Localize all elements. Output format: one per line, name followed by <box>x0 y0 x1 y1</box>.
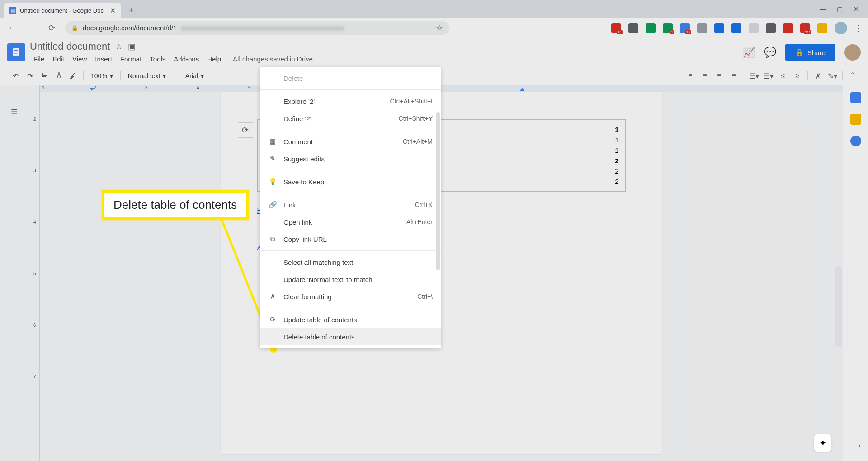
extension-icon[interactable]: 14 <box>611 23 621 33</box>
menu-bar: FileEditViewInsertFormatToolsAdd-onsHelp… <box>30 53 316 65</box>
menu-tools[interactable]: Tools <box>146 53 169 65</box>
extension-icon[interactable] <box>646 23 656 33</box>
user-avatar[interactable] <box>844 44 861 61</box>
blank-icon <box>268 217 277 226</box>
redo-button[interactable]: ↷ <box>24 70 36 82</box>
svg-rect-1 <box>14 50 18 51</box>
context-menu-item[interactable]: Delete table of contents <box>260 328 441 345</box>
print-button[interactable]: 🖶 <box>38 70 51 82</box>
zoom-select[interactable]: 100% ▾ <box>87 71 117 81</box>
clear-formatting-button[interactable]: ✗ <box>811 70 824 82</box>
document-title[interactable]: Untitled document <box>30 41 110 52</box>
context-menu-item[interactable]: Define '2'Ctrl+Shift+Y <box>260 110 441 127</box>
line-spacing-button[interactable]: ≡ <box>727 70 740 82</box>
spellcheck-button[interactable]: Ǎ <box>52 70 65 82</box>
browser-tab[interactable]: ▤ Untitled document - Google Doc ✕ <box>4 3 121 18</box>
reload-button[interactable]: ⟳ <box>45 23 58 33</box>
calendar-icon[interactable] <box>850 92 861 103</box>
editing-mode-button[interactable]: ✎▾ <box>826 70 839 82</box>
extension-icon[interactable] <box>783 23 793 33</box>
context-menu-label: Open link <box>283 218 312 226</box>
chrome-menu-icon[interactable]: ⋮ <box>854 23 863 33</box>
context-menu-item: Delete <box>260 70 441 87</box>
context-menu-item[interactable]: 💡Save to Keep <box>260 173 441 190</box>
side-panel-toggle[interactable]: › <box>858 440 861 450</box>
menu-view[interactable]: View <box>69 53 90 65</box>
side-panel <box>843 85 868 461</box>
extension-icon[interactable] <box>817 23 827 33</box>
menu-help[interactable]: Help <box>203 53 225 65</box>
context-menu-item[interactable]: ⧉Copy link URL <box>260 230 441 248</box>
close-tab-icon[interactable]: ✕ <box>110 6 116 15</box>
context-menu-separator <box>260 170 441 170</box>
context-menu: DeleteExplore '2'Ctrl+Alt+Shift+IDefine … <box>260 67 441 348</box>
numbered-list-button[interactable]: ☰▾ <box>748 70 760 82</box>
align-right-button[interactable]: ≡ <box>713 70 726 82</box>
shortcut-label: Ctrl+Alt+Shift+I <box>390 98 433 105</box>
context-menu-item[interactable]: ✎Suggest edits <box>260 150 441 167</box>
menu-insert[interactable]: Insert <box>91 53 116 65</box>
increase-indent-button[interactable]: ≥ <box>791 70 804 82</box>
back-button[interactable]: ← <box>5 23 18 33</box>
paragraph-style-select[interactable]: Normal text ▾ <box>124 71 174 81</box>
copy-icon: ⧉ <box>268 235 277 244</box>
toc-refresh-button[interactable]: ⟳ <box>238 122 253 138</box>
extension-icon[interactable] <box>731 23 741 33</box>
url-box[interactable]: 🔒 docs.google.com/document/d/1 xxxxxxxxx… <box>65 21 449 35</box>
maximize-button[interactable]: ▢ <box>837 5 843 13</box>
outline-icon[interactable]: ☰ <box>11 108 22 118</box>
comment-icon: ▦ <box>268 137 277 146</box>
star-document-icon[interactable]: ☆ <box>115 42 123 52</box>
share-button[interactable]: 🔒 Share <box>785 44 835 61</box>
extension-icon[interactable]: 2d <box>680 23 690 33</box>
align-center-button[interactable]: ≡ <box>698 70 711 82</box>
extension-icon[interactable] <box>766 23 776 33</box>
align-left-button[interactable]: ≡ <box>684 70 697 82</box>
shortcut-label: Ctrl+K <box>415 201 433 208</box>
close-window-button[interactable]: ✕ <box>854 5 859 13</box>
move-document-icon[interactable]: ▣ <box>128 42 136 52</box>
context-menu-label: Delete <box>283 75 303 82</box>
keep-icon[interactable] <box>850 114 861 125</box>
extension-icon[interactable] <box>749 23 759 33</box>
docs-logo[interactable] <box>7 43 25 61</box>
margin-marker-icon[interactable] <box>520 88 524 91</box>
save-status[interactable]: All changes saved in Drive <box>229 53 316 65</box>
context-menu-item[interactable]: Select all matching text <box>260 254 441 271</box>
bulleted-list-button[interactable]: ☰▾ <box>762 70 775 82</box>
menu-file[interactable]: File <box>30 53 48 65</box>
menu-edit[interactable]: Edit <box>49 53 68 65</box>
decrease-indent-button[interactable]: ≤ <box>777 70 789 82</box>
explore-button[interactable]: ✦ <box>814 434 832 452</box>
forward-button[interactable]: → <box>25 23 38 33</box>
font-select[interactable]: Arial ▾ <box>182 71 227 81</box>
context-menu-item[interactable]: Explore '2'Ctrl+Alt+Shift+I <box>260 93 441 110</box>
extension-icon[interactable] <box>628 23 638 33</box>
star-icon[interactable]: ☆ <box>436 23 443 33</box>
extension-icon[interactable] <box>714 23 724 33</box>
activity-icon[interactable]: 📈 <box>743 47 755 58</box>
context-menu-item[interactable]: Update 'Normal text' to match <box>260 271 441 288</box>
extension-icon[interactable] <box>697 23 707 33</box>
extension-icon[interactable]: 1 <box>663 23 673 33</box>
context-menu-item[interactable]: ▦CommentCtrl+Alt+M <box>260 133 441 150</box>
profile-avatar[interactable] <box>835 22 847 34</box>
undo-button[interactable]: ↶ <box>9 70 22 82</box>
extension-icons: 1412d242 <box>611 23 827 33</box>
paint-format-button[interactable]: 🖌 <box>67 70 80 82</box>
context-menu-item[interactable]: Open linkAlt+Enter <box>260 213 441 230</box>
extension-icon[interactable]: 242 <box>800 23 810 33</box>
context-menu-scrollbar[interactable] <box>436 112 440 270</box>
new-tab-button[interactable]: + <box>125 4 137 17</box>
tasks-icon[interactable] <box>850 136 861 146</box>
collapse-toolbar-button[interactable]: ˆ <box>846 70 859 82</box>
context-menu-item[interactable]: ✗Clear formattingCtrl+\ <box>260 288 441 305</box>
menu-format[interactable]: Format <box>117 53 146 65</box>
context-menu-separator <box>260 308 441 308</box>
context-menu-item[interactable]: ⟳Update table of contents <box>260 311 441 328</box>
scrollbar[interactable] <box>835 266 842 347</box>
minimize-button[interactable]: — <box>820 5 826 13</box>
comments-icon[interactable]: 💬 <box>764 47 776 58</box>
context-menu-item[interactable]: 🔗LinkCtrl+K <box>260 196 441 213</box>
menu-add-ons[interactable]: Add-ons <box>170 53 203 65</box>
